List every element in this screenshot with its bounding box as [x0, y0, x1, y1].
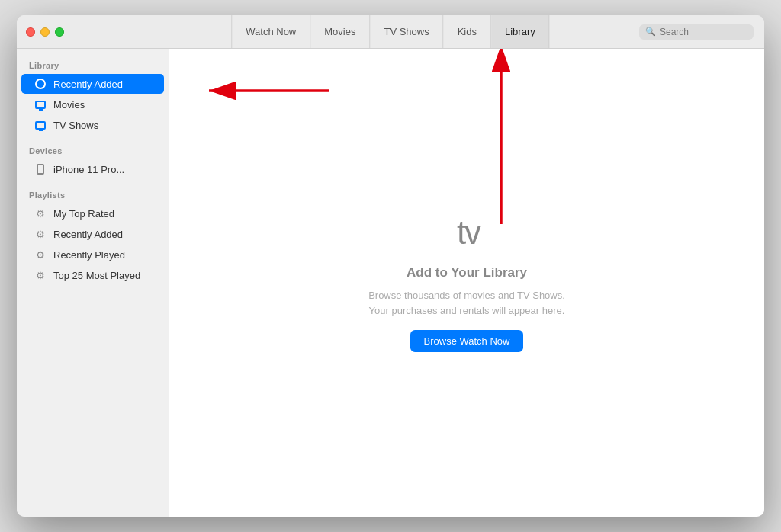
search-bar[interactable]: 🔍 [639, 24, 754, 40]
sidebar-item-iphone-label: iPhone 11 Pro... [53, 164, 124, 175]
tab-movies[interactable]: Movies [310, 15, 370, 48]
tab-tv-shows[interactable]: TV Shows [370, 15, 443, 48]
tv-icon-movies [34, 98, 47, 111]
sidebar-item-movies[interactable]: Movies [21, 95, 164, 114]
search-icon: 🔍 [645, 27, 656, 37]
gear-icon-recently-played: ⚙ [34, 248, 47, 261]
sidebar-section-devices-header: Devices [17, 143, 169, 159]
empty-state-subtitle: Browse thousands of movies and TV Shows.… [368, 288, 565, 318]
sidebar-item-recently-played[interactable]: ⚙ Recently Played [21, 245, 164, 264]
sidebar-item-recently-added[interactable]: Recently Added [21, 74, 164, 94]
titlebar: Watch Now Movies TV Shows Kids Library 🔍 [17, 15, 764, 49]
apple-tv-logo: tv [454, 213, 480, 252]
phone-icon [34, 162, 47, 176]
gear-icon-top-rated: ⚙ [34, 207, 47, 220]
gear-icon-top-25: ⚙ [34, 268, 47, 282]
maximize-button[interactable] [55, 27, 64, 37]
gear-icon-recently-added: ⚙ [34, 227, 47, 241]
search-input[interactable] [660, 27, 747, 37]
sidebar-item-tv-shows-label: TV Shows [53, 120, 98, 131]
tv-icon-shows [34, 118, 47, 132]
sidebar-item-recently-added-label: Recently Added [53, 79, 123, 90]
sidebar: Library Recently Added Movies TV Shows [17, 49, 169, 517]
sidebar-item-recently-played-label: Recently Played [53, 249, 125, 261]
sidebar-item-movies-label: Movies [53, 99, 85, 111]
empty-state-title: Add to Your Library [407, 265, 527, 280]
main-panel: tv Add to Your Library Browse thousands … [169, 49, 764, 517]
tab-kids[interactable]: Kids [444, 15, 491, 48]
close-button[interactable] [26, 27, 35, 37]
app-window: Watch Now Movies TV Shows Kids Library 🔍… [17, 15, 764, 517]
browse-watch-now-button[interactable]: Browse Watch Now [410, 330, 524, 352]
sidebar-section-library-header: Library [17, 58, 169, 73]
sidebar-item-tv-shows[interactable]: TV Shows [21, 115, 164, 135]
minimize-button[interactable] [40, 27, 50, 37]
sidebar-item-recently-added-playlist-label: Recently Added [53, 229, 123, 240]
clock-icon [34, 77, 47, 91]
sidebar-item-top-25[interactable]: ⚙ Top 25 Most Played [21, 265, 164, 285]
sidebar-item-top-rated[interactable]: ⚙ My Top Rated [21, 204, 164, 223]
tv-logo-text: tv [457, 213, 480, 252]
tab-watch-now[interactable]: Watch Now [231, 15, 310, 48]
empty-state: tv Add to Your Library Browse thousands … [368, 213, 565, 352]
sidebar-item-top-rated-label: My Top Rated [53, 208, 114, 220]
sidebar-item-top-25-label: Top 25 Most Played [53, 270, 140, 281]
traffic-lights [26, 27, 64, 37]
content-area: Library Recently Added Movies TV Shows [17, 49, 764, 517]
sidebar-item-recently-added-playlist[interactable]: ⚙ Recently Added [21, 224, 164, 244]
sidebar-section-playlists-header: Playlists [17, 187, 169, 203]
tab-library[interactable]: Library [491, 15, 550, 48]
sidebar-item-iphone[interactable]: iPhone 11 Pro... [21, 159, 164, 179]
nav-tabs: Watch Now Movies TV Shows Kids Library [231, 15, 549, 48]
